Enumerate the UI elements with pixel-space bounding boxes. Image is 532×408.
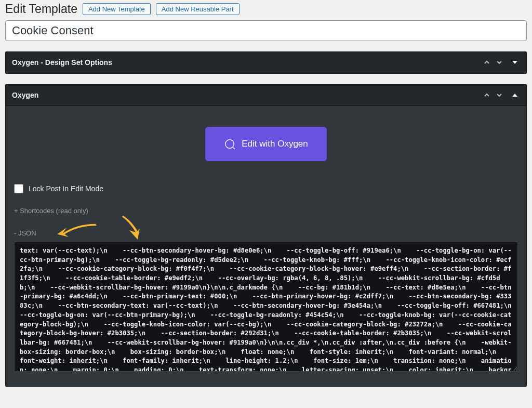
page-header: Edit Template Add New Template Add New R… bbox=[0, 0, 532, 20]
move-up-icon[interactable] bbox=[482, 57, 492, 68]
lock-post-row[interactable]: Lock Post In Edit Mode bbox=[14, 184, 518, 193]
oxygen-panel: Oxygen Edit with Oxygen Lock Post In Edi… bbox=[5, 84, 527, 387]
add-template-button[interactable]: Add New Template bbox=[83, 3, 151, 15]
design-set-panel: Oxygen - Design Set Options bbox=[5, 51, 527, 74]
move-down-icon[interactable] bbox=[494, 57, 504, 68]
panel-body: Edit with Oxygen Lock Post In Edit Mode … bbox=[6, 106, 526, 386]
template-title-input[interactable] bbox=[5, 20, 527, 41]
toggle-panel-icon[interactable] bbox=[510, 57, 520, 68]
json-textarea[interactable] bbox=[14, 242, 518, 372]
panel-title: Oxygen bbox=[12, 91, 480, 99]
lock-post-checkbox[interactable] bbox=[14, 184, 23, 193]
panel-title: Oxygen - Design Set Options bbox=[12, 58, 480, 67]
edit-with-oxygen-label: Edit with Oxygen bbox=[242, 139, 308, 149]
edit-with-oxygen-button[interactable]: Edit with Oxygen bbox=[205, 127, 327, 161]
panel-header[interactable]: Oxygen - Design Set Options bbox=[6, 52, 526, 73]
lock-post-label: Lock Post In Edit Mode bbox=[29, 185, 103, 193]
toggle-panel-icon[interactable] bbox=[510, 90, 520, 100]
oxygen-logo-icon bbox=[224, 138, 235, 150]
move-up-icon[interactable] bbox=[482, 90, 492, 100]
add-reusable-part-button[interactable]: Add New Reusable Part bbox=[156, 3, 240, 15]
json-toggle[interactable]: - JSON bbox=[14, 229, 36, 237]
annotation-arrow-icon bbox=[116, 214, 145, 243]
svg-point-0 bbox=[225, 140, 234, 149]
move-down-icon[interactable] bbox=[494, 90, 504, 100]
shortcodes-toggle[interactable]: + Shortcodes (read only) bbox=[14, 207, 518, 215]
annotation-arrow-icon bbox=[54, 219, 100, 245]
page-title: Edit Template bbox=[5, 2, 77, 16]
panel-header[interactable]: Oxygen bbox=[6, 85, 526, 106]
